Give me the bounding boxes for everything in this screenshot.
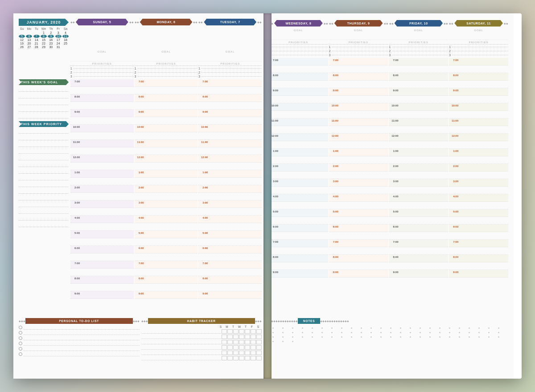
habit-days-header: S M T W T F S <box>141 325 262 328</box>
todo-item[interactable] <box>19 331 140 335</box>
monday-banner: MONDAY, 6 <box>140 19 193 25</box>
monday-header-row: ◆◆ MONDAY, 6 ◆◆ <box>135 19 198 25</box>
friday-header-row: ◆◆ FRIDAY, 10 ◆◆ <box>389 19 449 28</box>
sunday-priorities-label: PRIORITIES <box>70 62 134 66</box>
month-banner: JANUARY, 2020 <box>19 19 69 26</box>
todo-items-list <box>19 325 140 375</box>
notes-banner-row: ◆◆◆◆◆◆◆◆◆◆◆◆◆ NOTES ◆◆◆◆◆◆◆◆◆◆◆◆◆ <box>269 318 508 324</box>
saturday-header-row: ◆◆ SATURDAY, 11 ◆◆ <box>449 19 508 28</box>
left-page: JANUARY, 2020 SuMoTuWeThFrSa 1234 567891… <box>13 13 265 379</box>
thursday-column: 7:00 - 8:00 - 9:00 - 10:00 - 11:00 - 12:… <box>329 58 388 316</box>
thursday-banner: THURSDAY, 9 <box>334 20 383 27</box>
wednesday-header-row: ◆◆ WEDNESDAY, 8 ◆◆ <box>269 19 328 28</box>
planner-book: JANUARY, 2020 SuMoTuWeThFrSa 1234 567891… <box>13 13 522 379</box>
tuesday-header-row: ◆◆ TUESDAY, 7 ◆◆ <box>198 19 262 25</box>
saturday-column: 7:00 - 8:00 - 9:00 - 10:00 - 11:00 - 12:… <box>449 58 508 316</box>
friday-goal[interactable]: GOAL <box>389 29 449 40</box>
notes-dots-grid[interactable] <box>269 326 508 344</box>
habit-row[interactable] <box>141 345 262 350</box>
sunday-header-row: ◆◆ SUNDAY, 5 ◆◆ <box>70 19 134 25</box>
sunday-goal[interactable]: GOAL <box>70 50 134 61</box>
todo-item[interactable] <box>19 352 140 356</box>
habit-banner-row: ◆◆◆ HABIT TRACKER ◆◆◆ <box>141 318 262 324</box>
monday-priorities-label: PRIORITIES <box>135 62 198 66</box>
weeks-goal-banner: THIS WEEK'S GOAL <box>19 79 69 85</box>
todo-item[interactable] <box>19 336 140 340</box>
wednesday-banner: WEDNESDAY, 8 <box>274 20 323 27</box>
tuesday-priorities-label: PRIORITIES <box>198 62 262 66</box>
habit-rows-list <box>141 329 262 375</box>
wednesday-column: 7:00 - 8:00 - 9:00 - 10:00 - 11:00 - 12:… <box>269 58 328 316</box>
time-columns-left: 7:00 - 8:00 - 9:00 - 10:00 - 11:00 - 12:… <box>70 79 262 316</box>
habit-row[interactable] <box>141 329 262 334</box>
todo-banner: PERSONAL TO-DO LIST <box>25 318 133 324</box>
weeks-goal-section: THIS WEEK'S GOAL <box>19 79 69 118</box>
monday-column: 7:00 - 8:00 - 9:00 - 10:00 - 11:00 - 12:… <box>135 79 198 316</box>
right-page: ◆◆ WEDNESDAY, 8 ◆◆ ◆◆ THURSDAY, 9 ◆◆ ◆◆ … <box>265 13 514 379</box>
tuesday-goal[interactable]: GOAL <box>198 50 262 61</box>
left-day-headers: ◆◆ SUNDAY, 5 ◆◆ ◆◆ MONDAY, 6 ◆◆ ◆◆ TUESD… <box>70 19 262 25</box>
friday-priorities-label: PRIORITIES <box>389 41 449 45</box>
thursday-goal[interactable]: GOAL <box>329 29 388 40</box>
bottom-section-left: ◆◆◆ PERSONAL TO-DO LIST ◆◆◆ <box>19 318 262 375</box>
week-priority-section: THIS WEEK PRIORITY <box>19 121 69 227</box>
week-priority-banner: THIS WEEK PRIORITY <box>19 121 69 127</box>
todo-item[interactable] <box>19 347 140 351</box>
priorities-row: PRIORITIES 1 2 3 PRIORITIES 1 2 3 PRIORI… <box>19 62 262 78</box>
habit-row[interactable] <box>141 356 262 360</box>
saturday-priorities-label: PRIORITIES <box>449 41 508 45</box>
wednesday-goal[interactable]: GOAL <box>269 29 328 40</box>
habit-row[interactable] <box>141 351 262 355</box>
friday-column: 7:00 - 8:00 - 9:00 - 10:00 - 11:00 - 12:… <box>389 58 449 316</box>
thursday-priorities-label: PRIORITIES <box>329 41 388 45</box>
habit-banner: HABIT TRACKER <box>148 318 255 324</box>
mini-calendar: JANUARY, 2020 SuMoTuWeThFrSa 1234 567891… <box>19 19 69 49</box>
saturday-banner: SATURDAY, 11 <box>454 20 503 27</box>
tuesday-column: 7:00 - 8:00 - 9:00 - 10:00 - 11:00 - 12:… <box>198 79 262 316</box>
left-sidebar: THIS WEEK'S GOAL THIS WEEK PRIORITY <box>19 79 69 316</box>
thursday-header-row: ◆◆ THURSDAY, 9 ◆◆ <box>329 19 388 28</box>
time-columns-right: 7:00 - 8:00 - 9:00 - 10:00 - 11:00 - 12:… <box>269 58 508 316</box>
mini-cal-grid: SuMoTuWeThFrSa 1234 567891011 1213141516… <box>19 27 69 49</box>
sunday-column: 7:00 - 8:00 - 9:00 - 10:00 - 11:00 - 12:… <box>70 79 134 316</box>
bottom-section-right: ◆◆◆◆◆◆◆◆◆◆◆◆◆ NOTES ◆◆◆◆◆◆◆◆◆◆◆◆◆ <box>269 318 508 375</box>
habit-row[interactable] <box>141 340 262 344</box>
todo-item[interactable] <box>19 341 140 346</box>
right-goal-row: GOAL GOAL GOAL GOAL <box>269 29 508 40</box>
monday-goal[interactable]: GOAL <box>135 50 198 61</box>
todo-section: ◆◆◆ PERSONAL TO-DO LIST ◆◆◆ <box>19 318 140 375</box>
saturday-goal[interactable]: GOAL <box>449 29 508 40</box>
right-day-headers: ◆◆ WEDNESDAY, 8 ◆◆ ◆◆ THURSDAY, 9 ◆◆ ◆◆ … <box>269 19 508 28</box>
habit-tracker-section: ◆◆◆ HABIT TRACKER ◆◆◆ S M T W T F S <box>141 318 262 375</box>
sunday-right-arrows: ◆◆ <box>129 20 134 24</box>
right-priorities-row: PRIORITIES 1 2 3 PRIORITIES 1 2 3 PRIORI… <box>269 41 508 57</box>
todo-item[interactable] <box>19 325 140 330</box>
todo-banner-row: ◆◆◆ PERSONAL TO-DO LIST ◆◆◆ <box>19 318 140 324</box>
notes-banner: NOTES <box>298 318 320 324</box>
habit-row[interactable] <box>141 335 262 339</box>
wednesday-priorities-label: PRIORITIES <box>269 41 328 45</box>
goal-row: GOAL GOAL GOAL <box>19 50 262 61</box>
main-body-left: THIS WEEK'S GOAL THIS WEEK PRIORITY <box>19 79 262 316</box>
book-spine <box>263 13 272 379</box>
tuesday-banner: TUESDAY, 7 <box>204 19 256 25</box>
sunday-banner: SUNDAY, 5 <box>76 19 128 25</box>
sunday-left-arrows: ◆◆ <box>70 20 75 24</box>
friday-banner: FRIDAY, 10 <box>395 20 443 27</box>
